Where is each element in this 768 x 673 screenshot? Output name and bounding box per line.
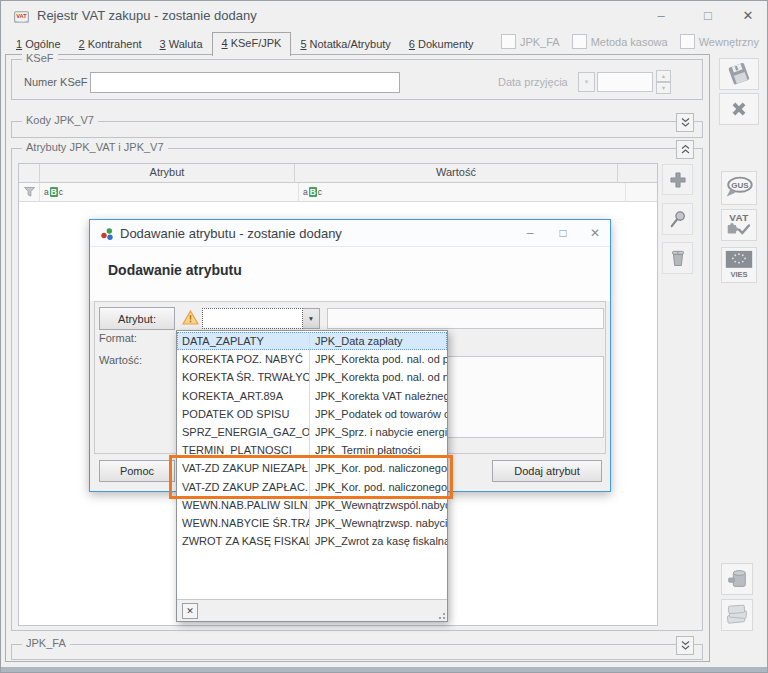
vies-eu-flag-icon: VIES <box>723 249 755 281</box>
vies-button[interactable]: VIES <box>721 247 757 283</box>
double-chevron-down-icon <box>681 117 690 128</box>
database-barrel-icon <box>725 566 749 592</box>
ksef-group: KSeF Numer KSeF Data przyjęcia ▼ ▲ ▼ <box>11 59 703 100</box>
jpk-fa-expand-button[interactable] <box>676 636 694 655</box>
window-title: Rejestr VAT zakupu - zostanie dodany <box>37 1 257 31</box>
resize-grip[interactable] <box>437 611 445 619</box>
add-attribute-button[interactable] <box>662 164 693 195</box>
header-filler-cell <box>618 164 657 183</box>
header-indicator-cell <box>19 164 40 183</box>
pomoc-button[interactable]: Pomoc <box>99 460 175 482</box>
checkbox-box <box>680 34 695 49</box>
gus-stamp-icon: GUS <box>723 174 755 202</box>
delete-attribute-button[interactable] <box>662 242 693 274</box>
cancel-x-icon <box>728 98 750 120</box>
dropdown-footer: ✕ <box>177 599 447 621</box>
header-checkboxes: JPK_FA Metoda kasowa Wewnętrzny <box>501 34 759 49</box>
dialog-maximize-button[interactable]: □ <box>548 220 578 247</box>
vat-verify-button[interactable]: VAT <box>721 209 757 241</box>
attribute-dots-icon <box>100 227 114 241</box>
window-titlebar: VAT Rejestr VAT zakupu - zostanie dodany… <box>1 1 767 31</box>
archive-database-button <box>721 563 753 595</box>
dropdown-item[interactable]: DATA_ZAPLATYJPK_Data zapłaty <box>177 332 447 350</box>
dropdown-item[interactable]: SPRZ_ENERGIA_GAZ_OOJPK_Sprz. i nabycie e… <box>177 423 447 441</box>
tab-dokumenty[interactable]: 6Dokumenty <box>400 34 483 55</box>
dropdown-item[interactable]: TERMIN_PLATNOSCIJPK_Termin płatności <box>177 441 447 459</box>
dialog-close-button[interactable]: ✕ <box>580 220 610 247</box>
window-close-button[interactable]: ✕ <box>731 1 765 31</box>
data-przyjecia-spinner: ▲ ▼ <box>656 70 671 94</box>
numer-ksef-label: Numer KSeF <box>24 76 88 88</box>
atrybuty-collapse-button[interactable] <box>676 140 694 159</box>
svg-text:VIES: VIES <box>730 270 747 279</box>
double-chevron-up-icon <box>681 144 690 155</box>
checkbox-wewnetrzny: Wewnętrzny <box>680 34 759 49</box>
data-przyjecia-dropdown-icon: ▼ <box>578 72 595 92</box>
wartosc-label: Wartość: <box>99 354 142 366</box>
app-window: VAT Rejestr VAT zakupu - zostanie dodany… <box>0 0 768 673</box>
tab-ogolne[interactable]: 1Ogólne <box>7 34 70 55</box>
attribute-combo-input[interactable] <box>202 308 303 329</box>
filter-indicator-cell[interactable] <box>19 183 40 202</box>
dropdown-item[interactable]: VAT-ZD ZAKUP NIEZAPŁJPK_Kor. pod. nalicz… <box>177 459 447 477</box>
kody-jpk-expand-button[interactable] <box>676 113 694 132</box>
data-przyjecia-label: Data przyjęcia <box>498 76 568 88</box>
atrybuty-group-label: Atrybuty JPK_VAT i JPK_V7 <box>22 141 168 153</box>
dropdown-item[interactable]: WEWN.NABYCIE ŚR.TRANJPK_Wewnątrzwsp. nab… <box>177 514 447 532</box>
dropdown-item[interactable]: ZWROT ZA KASĘ FISKALJPK_Zwrot za kasę fi… <box>177 532 447 550</box>
tab-waluta[interactable]: 3Waluta <box>151 34 212 55</box>
magnifier-icon <box>668 209 688 229</box>
dropdown-item[interactable]: VAT-ZD ZAKUP ZAPŁAC.JPK_Kor. pod. nalicz… <box>177 478 447 496</box>
jpk-fa-group-label: JPK_FA <box>22 637 70 649</box>
save-button[interactable] <box>719 58 759 90</box>
attribute-combo-dropdown-button[interactable]: ▼ <box>303 308 320 329</box>
abc-filter-icon: aBc <box>44 187 63 197</box>
tab-kontrahent[interactable]: 2Kontrahent <box>70 34 151 55</box>
window-maximize-button[interactable]: □ <box>691 1 725 31</box>
dropdown-item[interactable]: KOREKTA_ART.89AJPK_Korekta VAT należnego… <box>177 387 447 405</box>
filter-filler-cell <box>626 183 657 202</box>
vat-register-icon: VAT <box>13 8 30 25</box>
data-przyjecia-field <box>597 72 653 92</box>
abc-filter-icon: aBc <box>303 187 322 197</box>
checkbox-box <box>572 34 587 49</box>
dialog-title: Dodawanie atrybutu - zostanie dodany <box>120 220 342 247</box>
tab-ksef-jpk[interactable]: 4KSeF/JPK <box>212 32 292 56</box>
checkbox-box <box>501 34 516 49</box>
dialog-titlebar: Dodawanie atrybutu - zostanie dodany – □… <box>90 220 610 247</box>
svg-text:GUS: GUS <box>731 181 749 190</box>
dropdown-item[interactable]: KOREKTA ŚR. TRWAŁYCHJPK_Korekta pod. nal… <box>177 368 447 386</box>
attribute-name-field <box>327 308 604 329</box>
checkbox-metoda-kasowa: Metoda kasowa <box>572 34 668 49</box>
gus-button[interactable]: GUS <box>721 171 757 205</box>
filter-wartosc-cell[interactable]: aBc <box>299 183 626 202</box>
dodaj-atrybut-button[interactable]: Dodaj atrybut <box>492 460 602 482</box>
dialog-minimize-button[interactable]: – <box>515 220 545 247</box>
plus-icon <box>668 170 688 190</box>
dropdown-rows: DATA_ZAPLATYJPK_Data zapłaty KOREKTA POZ… <box>177 332 447 550</box>
tab-strip: 1Ogólne 2Kontrahent 3Waluta 4KSeF/JPK 5N… <box>7 32 483 55</box>
header-wartosc[interactable]: Wartość <box>295 164 618 183</box>
trash-icon <box>668 248 688 268</box>
save-diskette-icon <box>726 61 752 87</box>
atrybut-select-button[interactable]: Atrybut: <box>99 307 175 330</box>
tab-notatka-atrybuty[interactable]: 5Notatka/Atrybuty <box>291 34 399 55</box>
dropdown-item[interactable]: PODATEK OD SPISUJPK_Podatek od towarów o… <box>177 405 447 423</box>
header-atrybut[interactable]: Atrybut <box>40 164 295 183</box>
filter-atrybut-cell[interactable]: aBc <box>40 183 299 202</box>
cancel-button[interactable] <box>719 93 759 125</box>
svg-text:VAT: VAT <box>729 212 749 223</box>
numer-ksef-input[interactable] <box>90 72 400 93</box>
kody-jpk-v7-group: Kody JPK_V7 <box>11 121 703 138</box>
dropdown-item[interactable]: WEWN.NAB.PALIW SILN.JPK_Wewnątrzwspól.na… <box>177 496 447 514</box>
dropdown-item[interactable]: KOREKTA POZ. NABYĆJPK_Korekta pod. nal. … <box>177 350 447 368</box>
window-minimize-button[interactable]: – <box>644 1 678 31</box>
window-bottom-strip <box>1 667 768 673</box>
dropdown-clear-button[interactable]: ✕ <box>182 603 198 619</box>
dialog-heading: Dodawanie atrybutu <box>108 262 242 278</box>
vat-check-icon: VAT <box>723 211 755 239</box>
spinner-up-icon: ▲ <box>656 70 671 82</box>
checkbox-jpk-fa: JPK_FA <box>501 34 560 49</box>
svg-text:VAT: VAT <box>16 13 27 19</box>
edit-attribute-button[interactable] <box>662 203 693 235</box>
